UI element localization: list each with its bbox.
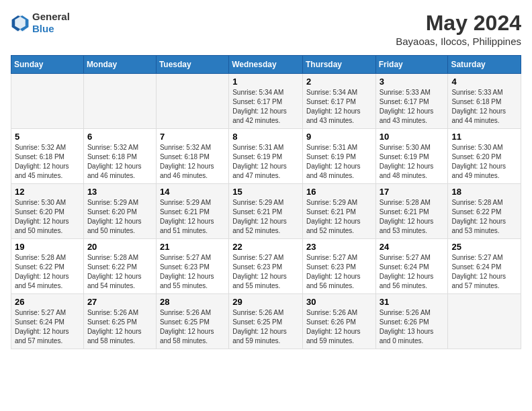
calendar-cell: 31Sunrise: 5:26 AM Sunset: 6:26 PM Dayli…: [375, 294, 448, 349]
day-info: Sunrise: 5:34 AM Sunset: 6:17 PM Dayligh…: [232, 88, 299, 126]
day-info: Sunrise: 5:30 AM Sunset: 6:20 PM Dayligh…: [15, 198, 80, 236]
calendar-cell: 2Sunrise: 5:34 AM Sunset: 6:17 PM Daylig…: [302, 74, 375, 129]
day-number: 2: [306, 77, 372, 87]
calendar-cell: 26Sunrise: 5:27 AM Sunset: 6:24 PM Dayli…: [11, 294, 84, 349]
day-number: 27: [87, 297, 152, 307]
day-info: Sunrise: 5:31 AM Sunset: 6:19 PM Dayligh…: [306, 143, 372, 181]
day-number: 10: [380, 132, 445, 142]
calendar-cell: 18Sunrise: 5:28 AM Sunset: 6:22 PM Dayli…: [448, 184, 521, 239]
calendar-cell: [156, 74, 228, 129]
week-row-4: 19Sunrise: 5:28 AM Sunset: 6:22 PM Dayli…: [11, 239, 521, 294]
day-number: 30: [306, 297, 372, 307]
day-info: Sunrise: 5:27 AM Sunset: 6:24 PM Dayligh…: [15, 308, 80, 346]
weekday-header-saturday: Saturday: [448, 56, 521, 74]
day-info: Sunrise: 5:32 AM Sunset: 6:18 PM Dayligh…: [15, 143, 80, 181]
calendar-cell: 12Sunrise: 5:30 AM Sunset: 6:20 PM Dayli…: [11, 184, 84, 239]
day-info: Sunrise: 5:29 AM Sunset: 6:21 PM Dayligh…: [306, 198, 372, 236]
logo: General Blue: [11, 11, 70, 35]
calendar-cell: 20Sunrise: 5:28 AM Sunset: 6:22 PM Dayli…: [83, 239, 156, 294]
day-number: 22: [232, 242, 299, 252]
day-number: 26: [15, 297, 80, 307]
generalblue-logo-icon: [11, 13, 30, 32]
day-number: 3: [380, 77, 445, 87]
page-header: General Blue May 2024 Bayaoas, Ilocos, P…: [11, 11, 521, 47]
day-number: 20: [87, 242, 152, 252]
calendar-cell: 10Sunrise: 5:30 AM Sunset: 6:19 PM Dayli…: [375, 129, 448, 184]
day-number: 6: [87, 132, 152, 142]
calendar-cell: 7Sunrise: 5:32 AM Sunset: 6:18 PM Daylig…: [156, 129, 228, 184]
day-number: 21: [160, 242, 225, 252]
day-number: 7: [160, 132, 225, 142]
calendar-cell: 30Sunrise: 5:26 AM Sunset: 6:26 PM Dayli…: [302, 294, 375, 349]
day-number: 11: [451, 132, 517, 142]
day-number: 15: [232, 187, 299, 197]
day-number: 18: [451, 187, 517, 197]
calendar-cell: 3Sunrise: 5:33 AM Sunset: 6:17 PM Daylig…: [375, 74, 448, 129]
day-info: Sunrise: 5:29 AM Sunset: 6:20 PM Dayligh…: [87, 198, 152, 236]
day-info: Sunrise: 5:27 AM Sunset: 6:24 PM Dayligh…: [451, 253, 517, 291]
day-number: 5: [15, 132, 80, 142]
day-info: Sunrise: 5:27 AM Sunset: 6:23 PM Dayligh…: [160, 253, 225, 291]
calendar-title: May 2024: [396, 11, 521, 36]
calendar-cell: 1Sunrise: 5:34 AM Sunset: 6:17 PM Daylig…: [229, 74, 303, 129]
day-info: Sunrise: 5:26 AM Sunset: 6:25 PM Dayligh…: [232, 308, 299, 346]
day-number: 9: [306, 132, 372, 142]
calendar-cell: [448, 294, 521, 349]
calendar-cell: 24Sunrise: 5:27 AM Sunset: 6:24 PM Dayli…: [375, 239, 448, 294]
weekday-header-thursday: Thursday: [302, 56, 375, 74]
day-number: 12: [15, 187, 80, 197]
calendar-cell: 29Sunrise: 5:26 AM Sunset: 6:25 PM Dayli…: [229, 294, 303, 349]
calendar-cell: 17Sunrise: 5:28 AM Sunset: 6:21 PM Dayli…: [375, 184, 448, 239]
day-info: Sunrise: 5:32 AM Sunset: 6:18 PM Dayligh…: [87, 143, 152, 181]
day-number: 14: [160, 187, 225, 197]
day-info: Sunrise: 5:28 AM Sunset: 6:22 PM Dayligh…: [87, 253, 152, 291]
day-info: Sunrise: 5:28 AM Sunset: 6:22 PM Dayligh…: [15, 253, 80, 291]
logo-text: General Blue: [32, 11, 70, 35]
calendar-cell: 4Sunrise: 5:33 AM Sunset: 6:18 PM Daylig…: [448, 74, 521, 129]
day-number: 24: [380, 242, 445, 252]
day-number: 31: [380, 297, 445, 307]
weekday-header-wednesday: Wednesday: [229, 56, 303, 74]
calendar-subtitle: Bayaoas, Ilocos, Philippines: [396, 36, 521, 47]
weekday-header-sunday: Sunday: [11, 56, 84, 74]
day-info: Sunrise: 5:30 AM Sunset: 6:20 PM Dayligh…: [451, 143, 517, 181]
calendar-table: SundayMondayTuesdayWednesdayThursdayFrid…: [11, 55, 521, 349]
calendar-cell: [11, 74, 84, 129]
calendar-cell: 25Sunrise: 5:27 AM Sunset: 6:24 PM Dayli…: [448, 239, 521, 294]
day-number: 28: [160, 297, 225, 307]
calendar-cell: 8Sunrise: 5:31 AM Sunset: 6:19 PM Daylig…: [229, 129, 303, 184]
day-info: Sunrise: 5:32 AM Sunset: 6:18 PM Dayligh…: [160, 143, 225, 181]
day-number: 25: [451, 242, 517, 252]
week-row-3: 12Sunrise: 5:30 AM Sunset: 6:20 PM Dayli…: [11, 184, 521, 239]
day-info: Sunrise: 5:27 AM Sunset: 6:23 PM Dayligh…: [232, 253, 299, 291]
day-number: 17: [380, 187, 445, 197]
day-info: Sunrise: 5:26 AM Sunset: 6:26 PM Dayligh…: [306, 308, 372, 346]
day-info: Sunrise: 5:26 AM Sunset: 6:25 PM Dayligh…: [160, 308, 225, 346]
calendar-cell: 6Sunrise: 5:32 AM Sunset: 6:18 PM Daylig…: [83, 129, 156, 184]
week-row-5: 26Sunrise: 5:27 AM Sunset: 6:24 PM Dayli…: [11, 294, 521, 349]
day-info: Sunrise: 5:33 AM Sunset: 6:17 PM Dayligh…: [380, 88, 445, 126]
day-info: Sunrise: 5:31 AM Sunset: 6:19 PM Dayligh…: [232, 143, 299, 181]
logo-general: General: [32, 11, 70, 22]
day-info: Sunrise: 5:27 AM Sunset: 6:23 PM Dayligh…: [306, 253, 372, 291]
logo-blue: Blue: [32, 23, 54, 34]
day-info: Sunrise: 5:33 AM Sunset: 6:18 PM Dayligh…: [451, 88, 517, 126]
calendar-cell: 15Sunrise: 5:29 AM Sunset: 6:21 PM Dayli…: [229, 184, 303, 239]
weekday-header-friday: Friday: [375, 56, 448, 74]
day-number: 16: [306, 187, 372, 197]
calendar-cell: 19Sunrise: 5:28 AM Sunset: 6:22 PM Dayli…: [11, 239, 84, 294]
calendar-cell: 5Sunrise: 5:32 AM Sunset: 6:18 PM Daylig…: [11, 129, 84, 184]
calendar-cell: 28Sunrise: 5:26 AM Sunset: 6:25 PM Dayli…: [156, 294, 228, 349]
day-info: Sunrise: 5:29 AM Sunset: 6:21 PM Dayligh…: [160, 198, 225, 236]
calendar-cell: 16Sunrise: 5:29 AM Sunset: 6:21 PM Dayli…: [302, 184, 375, 239]
weekday-header-monday: Monday: [83, 56, 156, 74]
day-info: Sunrise: 5:26 AM Sunset: 6:25 PM Dayligh…: [87, 308, 152, 346]
day-info: Sunrise: 5:30 AM Sunset: 6:19 PM Dayligh…: [380, 143, 445, 181]
weekday-header-tuesday: Tuesday: [156, 56, 228, 74]
week-row-1: 1Sunrise: 5:34 AM Sunset: 6:17 PM Daylig…: [11, 74, 521, 129]
day-info: Sunrise: 5:29 AM Sunset: 6:21 PM Dayligh…: [232, 198, 299, 236]
day-info: Sunrise: 5:27 AM Sunset: 6:24 PM Dayligh…: [380, 253, 445, 291]
calendar-cell: 14Sunrise: 5:29 AM Sunset: 6:21 PM Dayli…: [156, 184, 228, 239]
day-info: Sunrise: 5:28 AM Sunset: 6:22 PM Dayligh…: [451, 198, 517, 236]
calendar-cell: 9Sunrise: 5:31 AM Sunset: 6:19 PM Daylig…: [302, 129, 375, 184]
